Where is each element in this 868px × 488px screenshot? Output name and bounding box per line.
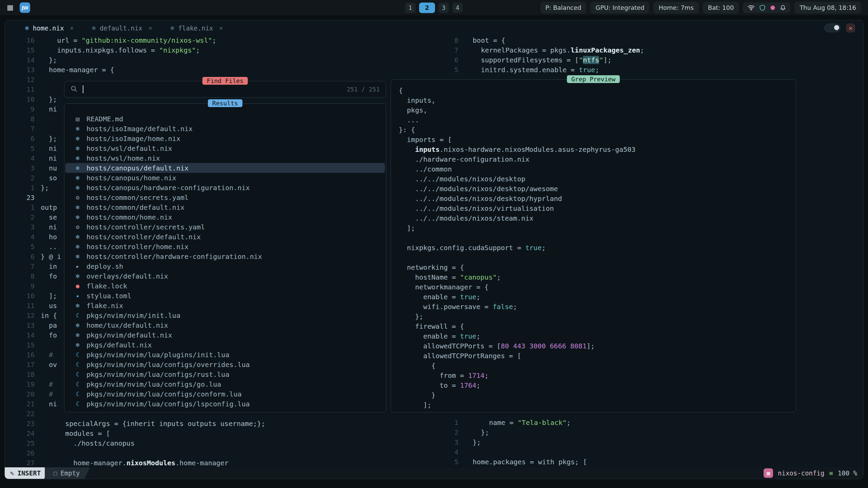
list-item[interactable]: ❄overlays/default.nix — [65, 271, 385, 281]
list-item[interactable]: ❄hosts/canopus/home.nix — [65, 173, 385, 183]
workspace-3[interactable]: 3 — [438, 2, 449, 13]
list-item[interactable]: ✦stylua.toml — [65, 291, 385, 301]
code-line[interactable]: 15 inputs.nixpkgs.follows = "nixpkgs"; — [5, 45, 447, 55]
list-item[interactable]: ☾pkgs/nvim/nvim/lua/configs/conform.lua — [65, 389, 385, 399]
workspace-2[interactable]: 2 — [419, 2, 435, 13]
code-text: name = "Tela-black"; — [465, 418, 571, 428]
file-path: home/tux/default.nix — [86, 321, 168, 329]
right-editor-pane-bottom: 1 name = "Tela-black";2 };3 };45 home.pa… — [431, 418, 863, 467]
code-line[interactable]: 5 home.packages = with pkgs; [ — [431, 457, 863, 467]
code-line[interactable]: 4 — [431, 447, 863, 457]
list-item[interactable]: ☾pkgs/nvim/nvim/lua/plugins/init.lua — [65, 350, 385, 360]
code-line[interactable]: 7 kernelPackages = pkgs.linuxPackages_ze… — [431, 45, 863, 55]
repo-icon: ▦ — [764, 468, 773, 478]
list-item[interactable]: ❄hosts/isoImage/default.nix — [65, 124, 385, 134]
file-path: README.md — [86, 115, 123, 123]
file-path: pkgs/nvim/nvim/lua/configs/go.lua — [86, 380, 221, 388]
tab-close-icon[interactable]: × — [70, 24, 74, 32]
list-item[interactable]: ❄hosts/isoImage/home.nix — [65, 134, 385, 143]
clock[interactable]: Thu Aug 08, 18:16 — [794, 2, 861, 14]
list-item[interactable]: ⚙hosts/common/secrets.yaml — [65, 192, 385, 202]
wifi-icon[interactable] — [748, 5, 755, 11]
code-line[interactable]: 1 name = "Tela-black"; — [431, 418, 863, 428]
lua-file-icon: ☾ — [74, 371, 82, 378]
status-module-1[interactable]: GPU: Integrated — [590, 2, 649, 14]
list-item[interactable]: ☾pkgs/nvim/nvim/lua/configs/go.lua — [65, 379, 385, 389]
code-text: ni — [41, 399, 57, 409]
list-item[interactable]: ❄pkgs/default.nix — [65, 340, 385, 350]
code-text: nixpkgs.config.cudaSupport = true; — [399, 243, 546, 253]
list-item[interactable]: ❄hosts/controller/home.nix — [65, 242, 385, 251]
tab-home.nix[interactable]: ❄home.nix× — [20, 22, 78, 34]
shield-icon[interactable] — [760, 5, 765, 11]
code-text: }: { — [399, 125, 415, 135]
list-item[interactable]: ▸deploy.sh — [65, 261, 385, 271]
telescope-prompt[interactable]: Find Files 251 / 251 — [64, 81, 386, 98]
file-path: pkgs/nvim/nvim/init.lua — [86, 311, 180, 320]
window-mode-toggle[interactable] — [824, 24, 841, 32]
line-number: 2 — [431, 428, 465, 438]
list-item[interactable]: ❄flake.nix — [65, 301, 385, 310]
app-launcher-icon[interactable]: ▦ — [7, 4, 14, 11]
code-line[interactable]: 24 modules = [ — [5, 429, 447, 439]
code-line: hostName = "canopus"; — [399, 272, 793, 282]
line-number: 16 — [5, 36, 41, 45]
status-module-0[interactable]: P: Balanced — [540, 2, 587, 14]
code-line[interactable]: 23 specialArgs = {inherit inputs outputs… — [5, 419, 447, 429]
list-item[interactable]: ❄hosts/wsl/default.nix — [65, 143, 385, 153]
list-item[interactable]: ▤README.md — [65, 114, 385, 124]
list-item[interactable]: ❄hosts/common/default.nix — [65, 202, 385, 212]
code-line[interactable]: 14 }; — [5, 55, 447, 65]
md-file-icon: ▤ — [74, 115, 82, 122]
code-line[interactable]: 8 boot = { — [431, 36, 863, 45]
tray-icons[interactable] — [743, 2, 790, 13]
list-item[interactable]: ☾pkgs/nvim/nvim/lua/configs/lspconfig.lu… — [65, 399, 385, 409]
tab-close-icon[interactable]: × — [219, 24, 223, 32]
status-module-3[interactable]: Bat: 100 — [703, 2, 739, 14]
code-text: # — [41, 389, 53, 399]
list-item[interactable]: ❄hosts/controller/hardware-configuration… — [65, 251, 385, 261]
code-line[interactable]: 5 initrd.systemd.enable = true; — [431, 65, 863, 75]
list-item[interactable]: ❄pkgs/nvim/default.nix — [65, 330, 385, 340]
file-path: stylua.toml — [86, 292, 131, 300]
code-line[interactable]: 3 }; — [431, 438, 863, 447]
list-item[interactable]: ❄hosts/controller/default.nix — [65, 232, 385, 242]
nix-file-icon: ❄ — [74, 125, 82, 132]
code-text: ni — [41, 144, 57, 154]
list-item[interactable]: ❄home/tux/default.nix — [65, 320, 385, 330]
code-line[interactable]: 6 supportedFilesystems = ["ntfs"]; — [431, 55, 863, 65]
code-text: se — [41, 212, 57, 222]
tab-close-icon[interactable]: × — [149, 24, 152, 32]
list-item[interactable]: ⚙hosts/controller/secrets.yaml — [65, 222, 385, 232]
list-item[interactable]: ●flake.lock — [65, 281, 385, 291]
file-path: hosts/controller/default.nix — [86, 233, 201, 241]
code-line[interactable]: 26 — [5, 448, 447, 458]
window-close-button[interactable]: × — [846, 23, 855, 33]
file-path: overlays/default.nix — [86, 272, 168, 280]
code-line[interactable]: 13 home-manager = { — [5, 65, 447, 75]
code-text: ... — [399, 115, 419, 125]
workspace-1[interactable]: 1 — [405, 2, 416, 13]
tab-flake.nix[interactable]: ❄flake.nix× — [166, 22, 228, 34]
list-item[interactable]: ❄hosts/canopus/default.nix — [65, 163, 385, 173]
code-line[interactable]: 16 url = "github:nix-community/nixos-wsl… — [5, 36, 447, 45]
list-item[interactable]: ☾pkgs/nvim/nvim/lua/configs/overrides.lu… — [65, 360, 385, 369]
code-line[interactable]: 25 ./hosts/canopus — [5, 439, 447, 448]
list-item[interactable]: ❄hosts/wsl/home.nix — [65, 153, 385, 163]
nix-file-icon: ❄ — [74, 331, 82, 339]
list-item[interactable]: ☾pkgs/nvim/nvim/init.lua — [65, 310, 385, 320]
status-module-2[interactable]: Home: 7ms — [653, 2, 698, 14]
bell-icon[interactable] — [780, 5, 786, 11]
logo-badge[interactable]: JW — [20, 2, 30, 13]
record-icon[interactable] — [770, 5, 775, 11]
code-line[interactable]: 27 home-manager.nixosModules.home-manage… — [5, 458, 447, 467]
tab-default.nix[interactable]: ❄default.nix× — [87, 22, 157, 34]
code-line: ../../modules/nixos/steam.nix — [399, 214, 793, 223]
code-line[interactable]: 2 }; — [431, 428, 863, 438]
list-item[interactable]: ❄hosts/canopus/hardware-configuration.ni… — [65, 183, 385, 192]
list-item[interactable]: ☾pkgs/nvim/nvim/lua/configs/rust.lua — [65, 369, 385, 379]
list-item[interactable]: ❄hosts/common/home.nix — [65, 212, 385, 222]
workspace-4[interactable]: 4 — [452, 2, 463, 13]
preview-code: { inputs, pkgs, ...}: { imports = [ inpu… — [399, 86, 793, 410]
yaml-file-icon: ⚙ — [74, 194, 82, 201]
